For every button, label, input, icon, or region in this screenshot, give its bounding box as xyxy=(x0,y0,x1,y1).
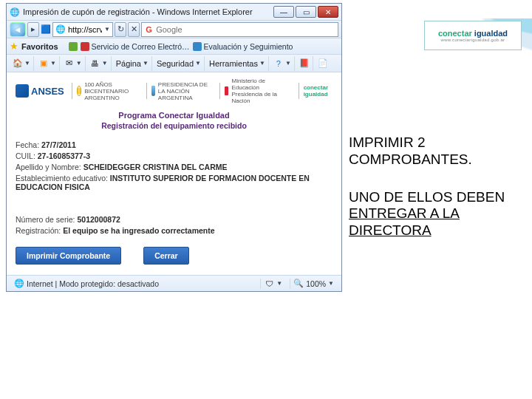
favorite-link-eval[interactable]: Evaluación y Seguimiento xyxy=(193,42,293,51)
shield-icon xyxy=(151,86,155,96)
print-voucher-button[interactable]: Imprimir Comprobante xyxy=(16,247,121,265)
titlebar[interactable]: 🌐 Impresión de cupón de registración - W… xyxy=(7,4,341,20)
logo-presidencia: PRESIDENCIA DE LA NACIÓN ARGENTINA xyxy=(146,83,213,99)
anses-logo: ANSES xyxy=(16,84,64,98)
instruction-line-1: IMPRIMIR 2 COMPROBANTES. xyxy=(349,134,517,168)
search-field[interactable]: G xyxy=(141,22,338,37)
back-button[interactable]: ◄ xyxy=(10,22,26,37)
maximize-button[interactable]: ▭ xyxy=(296,6,316,18)
command-bar: 🏠▼ ▣▼ ✉▼ 🖶▼ Página▼ Seguridad▼ Herramien… xyxy=(7,54,341,72)
print-icon: 🖶 xyxy=(90,58,100,69)
security-menu[interactable]: Seguridad▼ xyxy=(154,56,205,71)
globe-icon: 🌐 xyxy=(14,279,24,289)
field-fecha: Fecha: 27/7/2011 xyxy=(16,140,332,149)
status-security[interactable]: 🛡▼ xyxy=(260,279,285,289)
field-nombre: Apellido y Nombre: SCHEIDEGGER CRISTINA … xyxy=(16,163,332,171)
home-button[interactable]: 🏠▼ xyxy=(10,56,34,71)
page-menu[interactable]: Página▼ xyxy=(113,56,152,71)
logo-conectar: conectar igualdad xyxy=(299,83,332,99)
print-button[interactable]: 🖶▼ xyxy=(87,56,112,71)
field-registracion: Registración: El equipo se ha ingresado … xyxy=(16,226,332,235)
program-title: Programa Conectar Igualdad xyxy=(16,111,332,120)
rss-icon: ▣ xyxy=(38,58,49,69)
ie-logo-icon: 🟦 xyxy=(41,24,51,35)
refresh-button[interactable]: ↻ xyxy=(115,22,126,37)
home-icon: 🏠 xyxy=(13,58,23,69)
ie-window: 🌐 Impresión de cupón de registración - W… xyxy=(6,3,342,292)
logo-row: ANSES 100 AÑOS BICENTENARIO ARGENTINO PR… xyxy=(16,80,332,106)
field-establecimiento: Establecimiento educativo: INSTITUTO SUP… xyxy=(16,174,332,191)
help-icon: ? xyxy=(273,58,284,69)
help-button[interactable]: ?▼ xyxy=(270,56,295,71)
address-bar: ◄ ▸ 🟦 🌐 ▼ ↻ ✕ G xyxy=(7,20,341,38)
favorite-link-correo[interactable]: Servicio de Correo Electró… xyxy=(81,42,190,51)
close-button[interactable]: ✕ xyxy=(318,6,338,18)
minimize-button[interactable]: — xyxy=(273,6,294,18)
google-icon: G xyxy=(144,24,154,35)
status-zoom[interactable]: 🔍100%▼ xyxy=(290,279,337,289)
forward-button[interactable]: ▸ xyxy=(27,22,39,37)
mail-button[interactable]: ✉▼ xyxy=(61,56,86,71)
note-icon: 📄 xyxy=(318,58,328,69)
url-field[interactable]: 🌐 ▼ xyxy=(52,22,113,37)
favorites-bar: ★ Favoritos Servicio de Correo Electró… … xyxy=(7,38,341,54)
field-serie: Número de serie: 5012000872 xyxy=(16,215,332,224)
book-shape-icon xyxy=(225,86,228,95)
field-cuil: CUIL: 27-16085377-3 xyxy=(16,151,332,160)
mail-icon: ✉ xyxy=(64,58,75,69)
extra-tool-1[interactable]: 📕 xyxy=(296,56,313,71)
sun-icon xyxy=(77,86,81,96)
favorite-link-suggested[interactable] xyxy=(69,42,78,51)
logo-bicentenario: 100 AÑOS BICENTENARIO ARGENTINO xyxy=(72,83,139,99)
anses-icon xyxy=(16,84,29,98)
url-input[interactable] xyxy=(68,25,102,34)
instruction-text: IMPRIMIR 2 COMPROBANTES. UNO DE ELLOS DE… xyxy=(349,134,517,260)
lock-icon: 🛡 xyxy=(264,279,274,289)
tools-menu[interactable]: Herramientas▼ xyxy=(206,56,269,71)
stop-button[interactable]: ✕ xyxy=(128,22,140,37)
brand-line2: www.conectarigualdad.gob.ar xyxy=(441,38,505,42)
book-icon: 📕 xyxy=(299,58,310,69)
window-title: Impresión de cupón de registración - Win… xyxy=(23,7,273,16)
favorites-label[interactable]: Favoritos xyxy=(21,42,58,51)
brand-box: conectar igualdad www.conectarigualdad.g… xyxy=(424,21,522,50)
zoom-icon: 🔍 xyxy=(293,279,304,289)
page-favicon: 🌐 xyxy=(10,7,20,17)
url-dropdown-icon[interactable]: ▼ xyxy=(104,26,110,33)
logo-ministerio: Ministerio de Educación Presidencia de l… xyxy=(219,83,290,99)
url-favicon: 🌐 xyxy=(55,24,66,35)
status-bar: 🌐Internet | Modo protegido: desactivado … xyxy=(7,275,341,291)
instruction-line-2: UNO DE ELLOS DEBEN ENTREGAR A LA DIRECTO… xyxy=(349,189,517,239)
favorites-star-icon[interactable]: ★ xyxy=(10,41,18,52)
search-input[interactable] xyxy=(156,25,335,34)
page-content: ANSES 100 AÑOS BICENTENARIO ARGENTINO PR… xyxy=(7,72,341,275)
decorative-wave-bottom xyxy=(0,332,532,399)
program-subtitle: Registración del equipamiento recibido xyxy=(16,121,332,130)
status-mode: 🌐Internet | Modo protegido: desactivado xyxy=(11,279,256,289)
feeds-button[interactable]: ▣▼ xyxy=(35,56,60,71)
extra-tool-2[interactable]: 📄 xyxy=(315,56,331,71)
brand-line1: conectar igualdad xyxy=(438,29,508,38)
close-voucher-button[interactable]: Cerrar xyxy=(143,247,189,265)
